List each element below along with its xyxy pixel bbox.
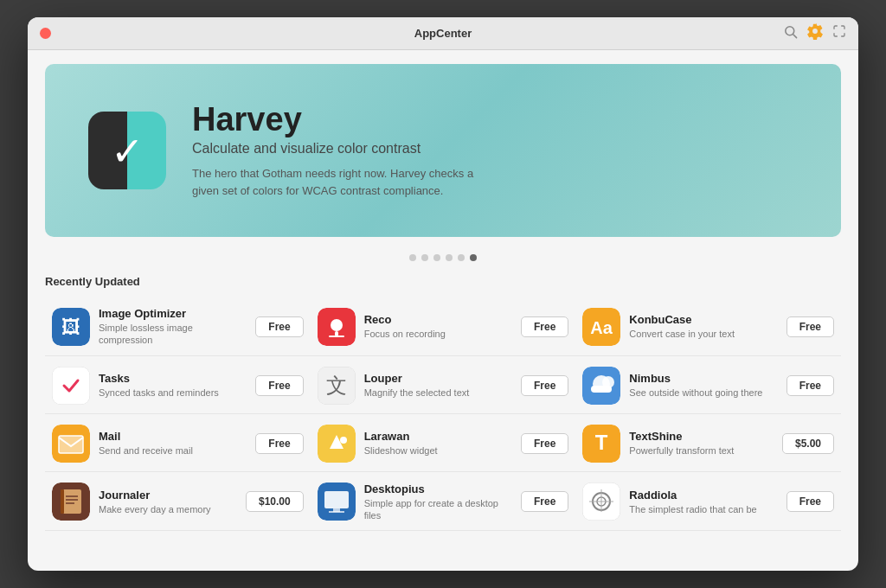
app-price-button[interactable]: Free <box>786 375 834 396</box>
app-info: Larawan Slideshow widget <box>364 430 512 457</box>
titlebar: AppCenter <box>28 17 858 50</box>
app-name: Louper <box>364 372 512 385</box>
svg-rect-34 <box>61 489 64 514</box>
app-info: Mail Send and receive mail <box>99 430 247 457</box>
app-price-button[interactable]: Free <box>521 433 568 454</box>
dot-5[interactable] <box>458 254 465 261</box>
app-desc: Convert case in your text <box>629 328 777 340</box>
app-price-button[interactable]: Free <box>255 375 303 396</box>
svg-line-1 <box>793 34 797 37</box>
app-icon-image-optimizer: 🖼 <box>52 308 90 346</box>
app-price-button[interactable]: $10.00 <box>246 491 304 512</box>
settings-button[interactable] <box>806 22 824 44</box>
dot-6[interactable] <box>470 254 477 261</box>
app-name: KonbuCase <box>629 313 777 326</box>
app-info: Nimbus See outside without going there <box>629 372 777 399</box>
app-icon-journaler <box>52 483 90 521</box>
app-name: Nimbus <box>629 372 777 385</box>
app-item: Desktopius Simple app for create a deskt… <box>311 474 576 532</box>
dot-1[interactable] <box>409 254 416 261</box>
app-desc: See outside without going there <box>629 387 777 399</box>
svg-rect-39 <box>324 491 349 508</box>
app-window: AppCenter ✓ <box>28 17 858 571</box>
hero-banner: ✓ Harvey Calculate and visualize color c… <box>45 64 841 237</box>
app-name: Journaler <box>99 489 237 502</box>
app-price-button[interactable]: Free <box>786 491 834 512</box>
app-info: Reco Focus on recording <box>364 313 512 340</box>
hero-subtitle: Calculate and visualize color contrast <box>192 141 495 157</box>
app-icon-mail <box>52 425 90 463</box>
app-item: Reco Focus on recording Free <box>311 298 576 356</box>
app-icon-larawan <box>318 425 356 463</box>
svg-rect-33 <box>62 489 81 514</box>
app-icon-textshine: T <box>582 425 620 463</box>
app-desc: Magnify the selected text <box>364 387 512 399</box>
section-title: Recently Updated <box>45 275 841 288</box>
app-item: Tasks Synced tasks and reminders Free <box>45 358 311 414</box>
app-icon-raddiola <box>582 483 620 521</box>
svg-text:🖼: 🖼 <box>61 316 80 338</box>
app-name: Mail <box>99 430 247 443</box>
app-name: TextShine <box>629 430 774 443</box>
app-item: Larawan Slideshow widget Free <box>311 416 576 472</box>
app-desc: Focus on recording <box>364 328 512 340</box>
apps-grid: 🖼 Image Optimizer Simple lossless image … <box>45 298 841 531</box>
app-name: Reco <box>364 313 512 326</box>
app-icon-desktopius <box>318 483 356 521</box>
app-name: Tasks <box>99 372 247 385</box>
svg-point-10 <box>331 319 343 331</box>
app-item: Mail Send and receive mail Free <box>45 416 311 472</box>
app-price-button[interactable]: Free <box>255 433 303 454</box>
close-button[interactable] <box>40 28 51 39</box>
svg-text:T: T <box>595 431 608 454</box>
svg-point-28 <box>340 437 347 444</box>
app-desc: Make every day a memory <box>99 503 237 515</box>
app-desc: Synced tasks and reminders <box>99 387 247 399</box>
hero-text: Harvey Calculate and visualize color con… <box>192 102 495 200</box>
app-item: 文 Louper Magnify the selected text Free <box>311 358 576 414</box>
app-icon-konbucase: Aa <box>582 308 620 346</box>
app-item: 🖼 Image Optimizer Simple lossless image … <box>45 298 311 356</box>
app-info: Journaler Make every day a memory <box>99 489 237 515</box>
app-price-button[interactable]: $5.00 <box>782 433 834 454</box>
main-content: ✓ Harvey Calculate and visualize color c… <box>28 50 858 571</box>
carousel-dots <box>45 254 841 261</box>
app-name: Larawan <box>364 430 512 443</box>
dot-2[interactable] <box>421 254 428 261</box>
dot-3[interactable] <box>433 254 440 261</box>
titlebar-actions <box>783 22 846 44</box>
app-desc: Send and receive mail <box>99 444 247 457</box>
app-info: Raddiola The simplest radio that can be <box>629 489 777 515</box>
app-price-button[interactable]: Free <box>521 491 568 512</box>
app-price-button[interactable]: Free <box>521 375 568 396</box>
app-info: TextShine Powerfully transform text <box>629 430 774 457</box>
app-item: Nimbus See outside without going there F… <box>575 358 841 414</box>
svg-rect-22 <box>591 386 612 393</box>
hero-app-name: Harvey <box>192 102 495 138</box>
app-desc: Slideshow widget <box>364 444 512 457</box>
svg-text:Aa: Aa <box>591 318 613 337</box>
window-title: AppCenter <box>414 27 472 40</box>
dot-4[interactable] <box>446 254 453 261</box>
svg-rect-24 <box>59 436 83 453</box>
app-info: Tasks Synced tasks and reminders <box>99 372 247 399</box>
app-name: Desktopius <box>364 483 512 495</box>
app-name: Image Optimizer <box>99 307 247 320</box>
app-info: KonbuCase Convert case in your text <box>629 313 777 340</box>
app-icon-louper: 文 <box>318 367 356 405</box>
app-info: Desktopius Simple app for create a deskt… <box>364 483 512 522</box>
app-desc: The simplest radio that can be <box>629 503 777 515</box>
fullscreen-button[interactable] <box>832 24 846 42</box>
app-price-button[interactable]: Free <box>521 316 568 337</box>
search-button[interactable] <box>783 24 798 43</box>
hero-description: The hero that Gotham needs right now. Ha… <box>192 165 495 199</box>
app-price-button[interactable]: Free <box>786 316 834 337</box>
app-item: T TextShine Powerfully transform text $5… <box>575 416 841 472</box>
app-info: Louper Magnify the selected text <box>364 372 512 399</box>
app-desc: Simple lossless image compression <box>99 322 247 347</box>
app-icon-nimbus <box>582 367 620 405</box>
harvey-icon: ✓ <box>88 112 166 189</box>
app-info: Image Optimizer Simple lossless image co… <box>99 307 247 347</box>
app-price-button[interactable]: Free <box>255 316 303 337</box>
app-name: Raddiola <box>629 489 777 502</box>
